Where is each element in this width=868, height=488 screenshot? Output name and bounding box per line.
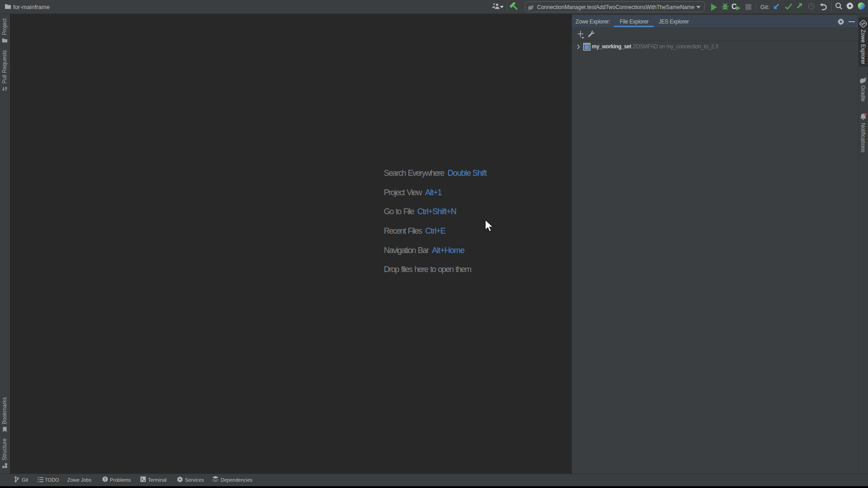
svg-text:C: C bbox=[731, 3, 737, 10]
